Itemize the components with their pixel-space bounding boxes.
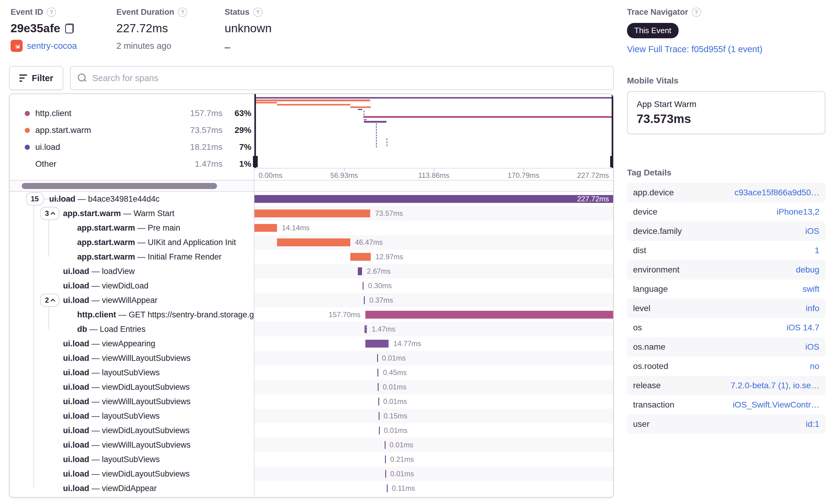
span-description: UIKit and Application Init: [148, 238, 236, 247]
minimap-span-bar: [363, 116, 613, 118]
span-description: loadView: [102, 267, 135, 276]
span-duration-bar[interactable]: [365, 340, 389, 348]
span-tree-cell: 3 app.start.warm — Warm Start: [10, 206, 254, 221]
span-row[interactable]: ui.load — viewAppearing 14.77ms: [10, 337, 613, 351]
span-row[interactable]: 15 ui.load — b4ace34981e44d4c 227.7: [10, 192, 613, 206]
copy-icon[interactable]: [65, 24, 74, 33]
op-desc-separator: —: [92, 441, 100, 449]
span-duration-bar[interactable]: [385, 441, 386, 449]
help-icon[interactable]: ?: [178, 7, 187, 17]
view-full-trace-link[interactable]: View Full Trace: f05d955f (1 event): [627, 44, 825, 54]
span-duration-bar[interactable]: [385, 455, 386, 463]
span-row[interactable]: ui.load — viewDidLoad 0.30ms: [10, 278, 613, 293]
span-children-toggle[interactable]: 15: [26, 192, 44, 206]
span-duration-bar[interactable]: [254, 210, 370, 217]
tag-value-link[interactable]: iOS: [805, 227, 820, 236]
span-children-toggle[interactable]: 2: [40, 294, 59, 307]
tag-value-link[interactable]: id:1: [806, 419, 820, 429]
tag-key: language: [633, 284, 668, 294]
legend-item[interactable]: app.start.warm 73.57ms 29%: [25, 122, 254, 139]
tag-value-link[interactable]: iOS_Swift.ViewContr…: [733, 400, 820, 410]
tag-value-link[interactable]: c93ace15f866a9d50…: [734, 188, 820, 197]
span-row[interactable]: ui.load — layoutSubViews 0.21ms: [10, 452, 613, 467]
span-duration-label: 1.47ms: [372, 325, 395, 334]
span-tree-cell: ui.load — layoutSubViews: [10, 452, 254, 467]
span-tree-cell: ui.load — viewDidLayoutSubviews: [10, 467, 254, 481]
op-desc-separator: —: [92, 455, 100, 464]
span-row[interactable]: db — Load Entries 1.47ms: [10, 322, 613, 337]
span-tree-cell: ui.load — viewDidAppear: [10, 481, 254, 496]
span-tree-cell: app.start.warm — Initial Frame Render: [10, 249, 254, 264]
span-duration-bar[interactable]: [364, 325, 367, 333]
span-row[interactable]: ui.load — viewDidLayoutSubviews 0.01ms: [10, 467, 613, 481]
span-tree-cell: http.client — GET https://sentry-brand.s…: [10, 308, 254, 322]
span-duration-bar[interactable]: [387, 484, 388, 492]
span-row[interactable]: ui.load — viewWillLayoutSubviews 0.01ms: [10, 351, 613, 365]
span-duration-bar[interactable]: [378, 383, 379, 391]
span-duration-bar[interactable]: [379, 427, 380, 434]
span-duration-bar[interactable]: [365, 311, 613, 319]
span-lane: 0.01ms: [254, 423, 613, 438]
tag-value-link[interactable]: iOS 14.7: [786, 323, 820, 333]
span-duration-bar[interactable]: [350, 253, 371, 261]
span-duration-bar[interactable]: [254, 195, 613, 203]
span-search-input[interactable]: [92, 73, 606, 83]
tag-row: os iOS 14.7: [627, 318, 825, 337]
span-duration-bar[interactable]: [378, 398, 379, 405]
op-color-dot: [25, 162, 30, 167]
tag-value-link[interactable]: iPhone13,2: [777, 207, 820, 217]
span-duration-bar[interactable]: [378, 369, 378, 376]
op-percent: 29%: [223, 125, 252, 135]
span-lane: 0.01ms: [254, 380, 613, 394]
span-row[interactable]: ui.load — layoutSubViews 0.45ms: [10, 365, 613, 380]
span-row[interactable]: ui.load — viewDidLayoutSubviews 0.01ms: [10, 380, 613, 394]
help-icon[interactable]: ?: [47, 7, 56, 17]
minimap-right-handle[interactable]: [612, 94, 613, 168]
span-duration-bar[interactable]: [385, 470, 386, 478]
help-icon[interactable]: ?: [692, 7, 701, 17]
tag-value-link[interactable]: 7.2.0-beta.7 (1), io.se…: [731, 381, 820, 390]
span-duration-bar[interactable]: [363, 282, 364, 290]
span-row[interactable]: app.start.warm — UIKit and Application I…: [10, 235, 613, 249]
minimap-left-handle[interactable]: [254, 94, 256, 168]
span-duration-bar[interactable]: [358, 267, 362, 275]
this-event-badge[interactable]: This Event: [627, 23, 679, 38]
span-row[interactable]: app.start.warm — Initial Frame Render 12…: [10, 249, 613, 264]
span-row[interactable]: ui.load — viewWillLayoutSubviews 0.01ms: [10, 438, 613, 452]
legend-item[interactable]: Other 1.47ms 1%: [25, 156, 254, 173]
span-duration-label: 0.37ms: [369, 296, 393, 304]
filter-button[interactable]: Filter: [9, 66, 63, 90]
span-duration-bar[interactable]: [379, 412, 380, 420]
tag-value-link[interactable]: debug: [796, 265, 820, 274]
span-row[interactable]: http.client — GET https://sentry-brand.s…: [10, 308, 613, 322]
tree-scrollbar-strip: [10, 181, 613, 192]
span-row[interactable]: ui.load — viewDidLayoutSubviews 0.01ms: [10, 423, 613, 438]
span-row[interactable]: 2 ui.load — viewWillAppear 0.37ms: [10, 293, 613, 308]
span-duration-label: 157.70ms: [329, 311, 360, 319]
help-icon[interactable]: ?: [253, 7, 263, 17]
span-row[interactable]: 3 app.start.warm — Warm Start 73.57: [10, 206, 613, 221]
span-duration-bar[interactable]: [364, 296, 365, 304]
tag-value-link[interactable]: no: [810, 362, 820, 371]
span-row[interactable]: ui.load — viewWillLayoutSubviews 0.01ms: [10, 394, 613, 409]
project-link[interactable]: sentry-cocoa: [27, 41, 77, 51]
span-op: ui.load: [49, 194, 75, 204]
span-lane: 0.30ms: [254, 278, 613, 293]
legend-item[interactable]: http.client 157.7ms 63%: [25, 105, 254, 122]
span-row[interactable]: ui.load — loadView 2.67ms: [10, 264, 613, 278]
span-duration-bar[interactable]: [377, 354, 378, 362]
span-duration-bar[interactable]: [277, 238, 350, 246]
minimap-canvas[interactable]: [254, 94, 613, 168]
span-children-toggle[interactable]: 3: [40, 207, 59, 220]
span-duration-bar[interactable]: [254, 224, 277, 232]
legend-item[interactable]: ui.load 18.21ms 7%: [25, 139, 254, 156]
tag-value-link[interactable]: iOS: [805, 342, 820, 352]
span-row[interactable]: ui.load — layoutSubViews 0.15ms: [10, 409, 613, 423]
span-row[interactable]: app.start.warm — Pre main 14.14ms: [10, 221, 613, 235]
event-detail-page: Event ID ? 29e35afe sentry-cocoa Event D…: [0, 0, 832, 504]
tag-value-link[interactable]: info: [806, 303, 820, 313]
tag-value-link[interactable]: swift: [803, 284, 820, 294]
tag-value-link[interactable]: 1: [814, 246, 820, 255]
horizontal-scrollbar-thumb[interactable]: [22, 183, 217, 189]
span-row[interactable]: ui.load — viewDidAppear 0.11ms: [10, 481, 613, 496]
